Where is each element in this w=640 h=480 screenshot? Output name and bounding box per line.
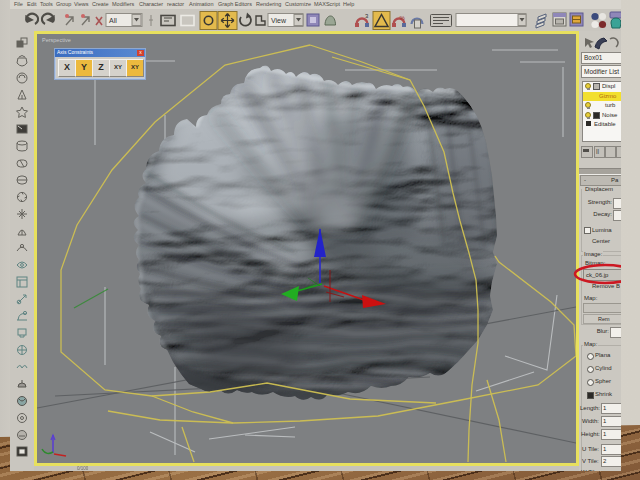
svg-text:3: 3	[365, 13, 369, 19]
svg-text:View: View	[271, 17, 287, 24]
svg-text:All: All	[109, 17, 117, 24]
svg-text:%: %	[400, 15, 406, 21]
